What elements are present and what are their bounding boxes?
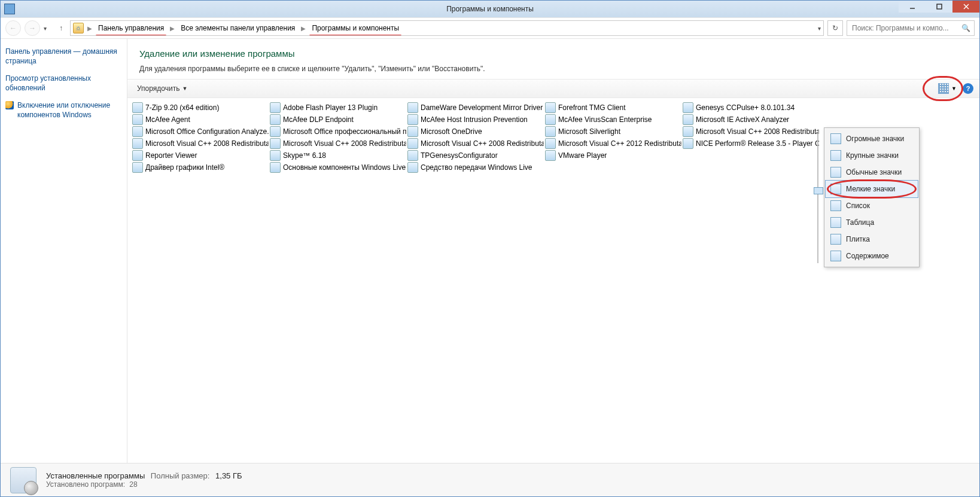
minimize-button[interactable] <box>899 1 926 13</box>
history-dropdown[interactable]: ▾ <box>44 25 52 32</box>
back-button[interactable]: ← <box>5 20 21 36</box>
view-menu-item[interactable]: Плитка <box>826 231 918 248</box>
view-menu-icon <box>830 200 841 211</box>
chevron-down-icon[interactable]: ▾ <box>818 25 821 32</box>
program-item[interactable]: TPGenesysConfigurator <box>406 150 544 161</box>
program-item[interactable]: Microsoft OneDrive <box>406 126 544 138</box>
program-item[interactable]: McAfee VirusScan Enterprise <box>544 114 681 126</box>
program-item[interactable]: Microsoft IE ActiveX Analyzer <box>681 114 819 126</box>
program-label: Adobe Flash Player 13 Plugin <box>283 103 378 112</box>
program-item[interactable]: Microsoft Office профессиональный п... <box>269 126 406 138</box>
program-item[interactable]: Forefront TMG Client <box>544 102 681 114</box>
sidebar-link-windows-features[interactable]: Включение или отключение компонентов Win… <box>5 101 122 120</box>
maximize-button[interactable] <box>926 1 952 13</box>
program-icon <box>407 114 418 125</box>
view-menu-label: Крупные значки <box>846 151 899 160</box>
chevron-down-icon: ▼ <box>182 86 187 92</box>
view-menu-icon <box>830 167 841 178</box>
program-item[interactable]: NICE Perform® Release 3.5 - Player Co... <box>681 138 819 150</box>
program-icon <box>132 162 143 173</box>
help-button[interactable]: ? <box>963 83 973 94</box>
program-item[interactable]: Microsoft Visual C++ 2008 Redistributa..… <box>406 138 544 150</box>
sidebar-link-updates[interactable]: Просмотр установленных обновлений <box>5 74 122 93</box>
program-item[interactable]: McAfee Agent <box>131 114 269 126</box>
address-bar[interactable]: ⛭ ▶ Панель управления ▶ Все элементы пан… <box>70 20 824 36</box>
program-label: Основные компоненты Windows Live <box>283 163 406 172</box>
program-icon <box>545 150 556 161</box>
program-item[interactable]: Microsoft Office Configuration Analyze..… <box>131 126 269 138</box>
program-item <box>681 161 819 173</box>
view-menu-label: Таблица <box>846 218 874 227</box>
breadcrumb[interactable]: Программы и компоненты <box>309 23 401 33</box>
program-label: Skype™ 6.18 <box>283 151 326 160</box>
view-menu-label: Обычные значки <box>846 168 902 176</box>
program-label: Reporter Viewer <box>145 151 197 160</box>
program-item[interactable]: Skype™ 6.18 <box>269 150 406 161</box>
program-item[interactable]: Microsoft Visual C++ 2008 Redistributa..… <box>131 138 269 150</box>
forward-button[interactable]: → <box>25 20 40 36</box>
program-item <box>544 161 681 173</box>
program-item[interactable]: Microsoft Visual C++ 2008 Redistributa..… <box>269 138 406 150</box>
program-label: Microsoft Silverlight <box>558 127 620 136</box>
program-item[interactable]: Genesys CCPulse+ 8.0.101.34 <box>681 102 819 114</box>
program-icon <box>683 114 693 125</box>
program-item[interactable]: Microsoft Visual C++ 2008 Redistributa..… <box>681 126 819 138</box>
organize-button[interactable]: Упорядочить▼ <box>133 83 191 94</box>
view-menu-item[interactable]: Содержимое <box>826 248 918 264</box>
program-label: NICE Perform® Release 3.5 - Player Co... <box>696 139 819 148</box>
view-slider-thumb[interactable] <box>814 187 823 194</box>
refresh-button[interactable]: ↻ <box>827 20 843 36</box>
program-item[interactable]: Microsoft Silverlight <box>544 126 681 138</box>
program-label: McAfee DLP Endpoint <box>283 115 354 124</box>
page-heading: Удаление или изменение программы <box>139 48 967 59</box>
program-label: DameWare Development Mirror Driver ... <box>421 103 544 112</box>
control-panel-icon: ⛭ <box>73 23 84 33</box>
program-item[interactable]: DameWare Development Mirror Driver ... <box>406 102 544 114</box>
program-item[interactable]: Adobe Flash Player 13 Plugin <box>269 102 406 114</box>
view-menu-item[interactable]: Мелкие значки <box>826 181 918 197</box>
program-icon <box>132 114 143 125</box>
program-label: McAfee Host Intrusion Prevention <box>421 115 528 124</box>
breadcrumb[interactable]: Панель управления <box>96 23 166 33</box>
view-menu-label: Плитка <box>846 235 870 243</box>
view-menu-item[interactable]: Огромные значки <box>826 130 918 147</box>
program-label: TPGenesysConfigurator <box>421 151 498 160</box>
search-box[interactable]: 🔍 <box>847 20 975 36</box>
programs-icon <box>10 467 36 493</box>
program-icon <box>545 126 556 137</box>
breadcrumb[interactable]: Все элементы панели управления <box>178 23 297 33</box>
program-label: Microsoft Visual C++ 2008 Redistributa..… <box>696 127 819 136</box>
program-item[interactable]: Средство передачи Windows Live <box>406 161 544 173</box>
program-item[interactable]: Microsoft Visual C++ 2012 Redistributa..… <box>544 138 681 150</box>
program-label: Драйвер графики Intel® <box>145 163 224 172</box>
search-input[interactable] <box>851 23 958 33</box>
view-menu-icon <box>830 234 841 245</box>
program-item[interactable]: McAfee Host Intrusion Prevention <box>406 114 544 126</box>
view-menu-item[interactable]: Крупные значки <box>826 147 918 164</box>
up-button[interactable]: ↑ <box>56 23 66 33</box>
program-item <box>681 150 819 161</box>
program-item[interactable]: VMware Player <box>544 150 681 161</box>
view-menu-item[interactable]: Таблица <box>826 214 918 231</box>
program-item[interactable]: Reporter Viewer <box>131 150 269 161</box>
close-button[interactable] <box>952 1 979 13</box>
view-menu-icon <box>830 150 841 161</box>
view-menu-item[interactable]: Список <box>826 197 918 214</box>
program-item[interactable]: Основные компоненты Windows Live <box>269 161 406 173</box>
program-icon <box>270 114 281 125</box>
view-icon <box>938 83 949 94</box>
program-icon <box>270 102 281 113</box>
navbar: ← → ▾ ↑ ⛭ ▶ Панель управления ▶ Все элем… <box>1 17 979 39</box>
program-item[interactable]: McAfee DLP Endpoint <box>269 114 406 126</box>
sidebar-link-home[interactable]: Панель управления — домашняя страница <box>5 47 122 66</box>
program-item[interactable]: Драйвер графики Intel® <box>131 161 269 173</box>
program-icon <box>270 138 281 149</box>
program-label: Microsoft Office профессиональный п... <box>283 127 406 136</box>
program-item[interactable]: 7-Zip 9.20 (x64 edition) <box>131 102 269 114</box>
view-size-slider[interactable] <box>814 132 822 263</box>
view-menu-item[interactable]: Обычные значки <box>826 164 918 181</box>
chevron-right-icon: ▶ <box>168 25 177 32</box>
program-icon <box>407 126 418 137</box>
view-options-button[interactable]: ▼ <box>936 82 959 95</box>
program-icon <box>683 126 693 137</box>
